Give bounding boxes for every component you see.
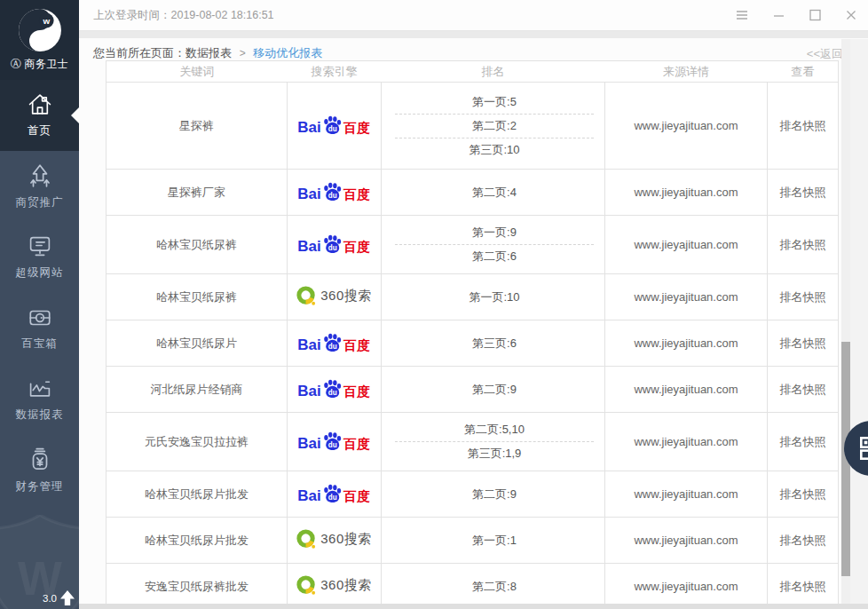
rank-cell: 第二页:4 (382, 170, 605, 216)
baidu-paw-icon: du (322, 431, 343, 451)
rank-entry: 第二页:8 (395, 575, 594, 598)
minimize-icon[interactable] (772, 9, 785, 21)
baidu-logo: Baidu百度 (297, 333, 370, 353)
baidu-cn-text: 百度 (343, 489, 371, 504)
version-row: 3.0 (43, 590, 75, 605)
column-header-0: 关键词 (107, 61, 288, 83)
engine-cell: 360搜索 (288, 274, 382, 320)
maximize-icon[interactable] (809, 9, 822, 21)
separator-band (79, 31, 868, 38)
sidebar-item-home[interactable]: 首页 (0, 80, 79, 151)
sidebar-item-label: 超级网站 (16, 265, 64, 281)
rank-cell: 第一页:5第二页:2第三页:10 (382, 83, 605, 170)
rank-entry: 第二页:9 (395, 483, 594, 506)
engine-cell: Baidu百度 (288, 216, 382, 274)
table-row: 星探裤Baidu百度第一页:5第二页:2第三页:10www.jieyajitua… (107, 83, 839, 170)
rank-entry: 第一页:10 (395, 286, 594, 309)
rank-cell: 第一页:1 (382, 518, 605, 564)
breadcrumb-current-link[interactable]: 移动优化报表 (253, 46, 322, 59)
table-row: 河北纸尿片经销商Baidu百度第二页:9www.jieyajituan.com排… (107, 367, 839, 413)
scroll-top-arrow-icon[interactable] (60, 590, 75, 605)
rank-cell: 第三页:6 (382, 320, 605, 367)
main-area: 上次登录时间：2019-08-02 18:16:51 您当前所在页面：数据报表 (79, 0, 868, 609)
sidebar-item-reports[interactable]: 数据报表 (0, 364, 79, 435)
table-row: 安逸宝贝纸尿裤批发360搜索第二页:8www.jieyajituan.com排名… (107, 564, 839, 609)
app-window: w Ⓐ 商务卫士 首页商贸推广超级网站百宝箱数据报表财务管理 W 3.0 (0, 0, 868, 609)
view-snapshot-link[interactable]: 排名快照 (768, 216, 839, 274)
finance-icon (27, 447, 53, 472)
rank-entry: 第二页:4 (395, 181, 594, 204)
engine-cell: Baidu百度 (288, 413, 382, 471)
rank-entry: 第三页:6 (395, 332, 594, 355)
table-row: 哈林宝贝纸尿裤Baidu百度第一页:9第二页:6www.jieyajituan.… (107, 216, 839, 274)
baidu-paw-icon: du (322, 115, 343, 135)
engine-cell: Baidu百度 (288, 320, 382, 367)
rank-cell: 第二页:9 (382, 367, 605, 413)
view-snapshot-link[interactable]: 排名快照 (768, 367, 839, 413)
baidu-logo: Baidu百度 (297, 484, 370, 504)
view-snapshot-link[interactable]: 排名快照 (768, 320, 839, 367)
sidebar-item-website[interactable]: 超级网站 (0, 222, 79, 293)
so360-logo: 360搜索 (296, 529, 372, 550)
view-snapshot-link[interactable]: 排名快照 (768, 471, 839, 518)
engine-cell: Baidu百度 (288, 83, 382, 170)
baidu-cn-text: 百度 (343, 338, 371, 353)
so360-ring-icon (296, 575, 317, 596)
table-header-row: 关键词搜索引擎排名来源详情查看 (107, 61, 839, 83)
baidu-cn-text: 百度 (343, 121, 371, 136)
engine-cell: Baidu百度 (288, 170, 382, 216)
engine-cell: Baidu百度 (288, 471, 382, 518)
baidu-bai-text: Bai (297, 384, 320, 399)
brand-badge-icon: Ⓐ (11, 57, 22, 72)
website-icon (27, 234, 53, 258)
table-row: 哈林宝贝纸尿裤360搜索第一页:10www.jieyajituan.com排名快… (107, 274, 839, 320)
brand: Ⓐ 商务卫士 (0, 57, 79, 72)
sidebar-item-finance[interactable]: 财务管理 (0, 435, 79, 506)
home-icon (27, 92, 53, 116)
column-header-3: 来源详情 (605, 61, 768, 83)
rank-entry: 第三页:10 (395, 138, 594, 162)
table-row: 元氏安逸宝贝拉拉裤Baidu百度第二页:5,10第三页:1,9www.jieya… (107, 413, 839, 471)
baidu-cn-text: 百度 (343, 240, 371, 255)
view-snapshot-link[interactable]: 排名快照 (768, 274, 839, 320)
view-snapshot-link[interactable]: 排名快照 (768, 170, 839, 216)
baidu-paw-icon: du (322, 484, 343, 503)
sidebar-item-promotion[interactable]: 商贸推广 (0, 151, 79, 222)
table-row: 哈林宝贝纸尿片批发360搜索第一页:1www.jieyajituan.com排名… (107, 518, 839, 564)
brand-name: 商务卫士 (24, 57, 68, 72)
rank-entry: 第一页:9 (395, 221, 594, 245)
column-header-1: 搜索引擎 (288, 61, 382, 83)
menu-icon[interactable] (735, 9, 749, 21)
rank-entry: 第一页:1 (395, 529, 594, 552)
view-snapshot-link[interactable]: 排名快照 (768, 413, 839, 471)
rank-cell: 第二页:9 (382, 471, 605, 518)
view-snapshot-link[interactable]: 排名快照 (768, 518, 839, 564)
svg-text:du: du (327, 441, 336, 449)
baidu-bai-text: Bai (297, 120, 320, 136)
view-snapshot-link[interactable]: 排名快照 (768, 83, 839, 170)
svg-text:du: du (327, 244, 336, 252)
view-snapshot-link[interactable]: 排名快照 (768, 564, 839, 609)
rank-entry: 第二页:6 (395, 245, 594, 268)
rank-entry: 第一页:5 (395, 91, 594, 115)
keyword-cell: 哈林宝贝纸尿片 (107, 320, 288, 367)
svg-text:du: du (327, 389, 336, 397)
sidebar-item-label: 首页 (28, 123, 51, 138)
vertical-scrollbar[interactable] (841, 39, 850, 609)
breadcrumb-separator: > (240, 47, 246, 59)
keyword-cell: 元氏安逸宝贝拉拉裤 (107, 413, 288, 471)
baidu-cn-text: 百度 (343, 187, 371, 202)
so360-label: 360搜索 (320, 577, 372, 594)
app-logo-icon: w (18, 8, 62, 52)
keyword-cell: 星探裤厂家 (107, 170, 288, 216)
source-url: www.jieyajituan.com (605, 216, 768, 274)
so360-label: 360搜索 (320, 531, 372, 548)
baidu-bai-text: Bai (297, 239, 320, 255)
right-gutter (850, 39, 868, 609)
baidu-logo: Baidu百度 (297, 234, 370, 255)
baidu-logo: Baidu百度 (297, 115, 370, 136)
baidu-logo: Baidu百度 (297, 379, 370, 399)
sidebar-item-toolbox[interactable]: 百宝箱 (0, 293, 79, 364)
sidebar-item-label: 商贸推广 (16, 195, 64, 210)
close-icon[interactable] (845, 9, 857, 21)
